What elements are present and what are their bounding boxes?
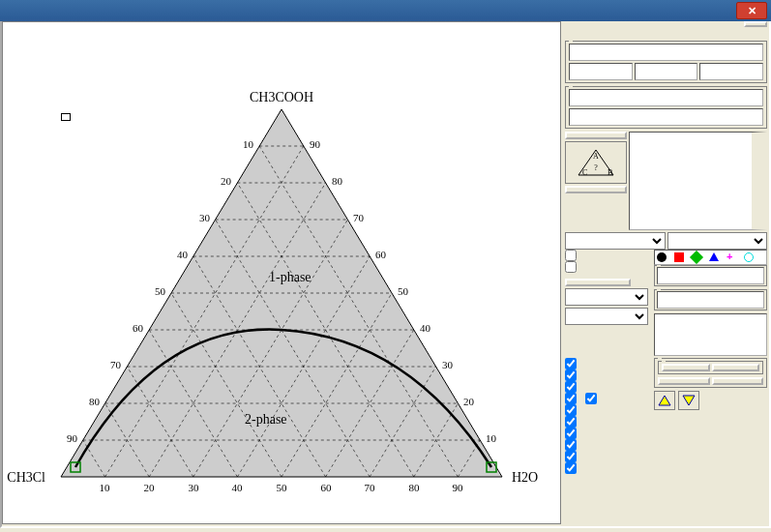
- svg-text:60: 60: [321, 482, 333, 493]
- symbols-checkbox[interactable]: [565, 358, 654, 369]
- text-checkbox[interactable]: [565, 462, 654, 474]
- svg-text:80: 80: [409, 482, 421, 493]
- component-a-input[interactable]: [569, 63, 633, 80]
- svg-text:80: 80: [89, 396, 101, 407]
- angled-text-1[interactable]: [569, 89, 763, 106]
- number-scale-checkbox[interactable]: [565, 428, 654, 439]
- svg-text:90: 90: [67, 432, 78, 444]
- svg-text:40: 40: [177, 249, 189, 260]
- angled-text-2[interactable]: [569, 108, 763, 126]
- triangle-down-icon[interactable]: [678, 391, 699, 410]
- svg-text:50: 50: [398, 285, 409, 297]
- svg-text:50: 50: [155, 285, 166, 297]
- svg-text:10: 10: [486, 432, 497, 444]
- svg-text:50: 50: [277, 482, 288, 493]
- svg-text:10: 10: [243, 138, 254, 150]
- color-select[interactable]: [565, 308, 648, 325]
- symbol-select[interactable]: [667, 232, 768, 250]
- dot-checkbox[interactable]: [585, 393, 600, 404]
- svg-text:70: 70: [353, 212, 365, 223]
- splines-checkbox[interactable]: [565, 416, 654, 428]
- svg-text:90: 90: [453, 482, 464, 493]
- svg-text:20: 20: [463, 396, 475, 407]
- delete-list-button[interactable]: [712, 377, 764, 385]
- experiment-listbox[interactable]: [654, 313, 767, 356]
- svg-text:70: 70: [110, 359, 122, 370]
- data-listbox[interactable]: [629, 132, 767, 230]
- svg-text:A: A: [593, 152, 599, 161]
- vertex-c-label: H2O: [512, 470, 538, 485]
- grid-checkbox[interactable]: [565, 393, 579, 404]
- svg-text:60: 60: [133, 322, 144, 334]
- delete-button[interactable]: [565, 279, 631, 286]
- plot-area: CH3COOH CH3Cl H2O 1020 3040 5060 7080 90…: [2, 21, 561, 524]
- spline-index-select[interactable]: [565, 288, 648, 306]
- svg-text:20: 20: [221, 175, 232, 187]
- legend-text-input[interactable]: [657, 267, 764, 284]
- svg-text:10: 10: [100, 482, 111, 493]
- svg-text:30: 30: [199, 212, 211, 223]
- spline-points-checkbox[interactable]: [565, 404, 654, 416]
- symbol-palette[interactable]: +: [654, 250, 767, 265]
- svg-text:2-phase: 2-phase: [245, 412, 287, 427]
- component-c-input[interactable]: [699, 63, 763, 80]
- triangle-up-icon[interactable]: [654, 391, 675, 410]
- ternary-plot-svg: CH3COOH CH3Cl H2O 1020 3040 5060 7080 90…: [3, 22, 562, 525]
- svg-text:40: 40: [232, 482, 244, 493]
- plot-title-input[interactable]: [569, 44, 763, 61]
- svg-text:1-phase: 1-phase: [269, 270, 311, 284]
- control-panel: A?CB: [561, 21, 769, 526]
- svg-marker-64: [659, 396, 670, 405]
- svg-text:90: 90: [310, 138, 321, 150]
- experiment-name-input[interactable]: [657, 291, 764, 309]
- connect-checkbox[interactable]: [565, 261, 654, 273]
- normalize-button[interactable]: [565, 132, 627, 139]
- svg-text:C: C: [582, 168, 587, 177]
- before-button[interactable]: [662, 364, 710, 371]
- close-icon[interactable]: ✕: [736, 2, 767, 19]
- title-bar: ✕: [0, 0, 771, 21]
- svg-text:20: 20: [144, 482, 156, 493]
- after-button[interactable]: [712, 364, 760, 371]
- thin-spline-checkbox[interactable]: [565, 250, 654, 261]
- svg-marker-65: [683, 396, 695, 405]
- svg-text:80: 80: [332, 175, 343, 187]
- fill-colors-checkbox[interactable]: [565, 381, 654, 393]
- percent-checkbox[interactable]: [565, 451, 654, 462]
- vertex-b-label: CH3Cl: [7, 470, 45, 485]
- close-button[interactable]: [744, 21, 767, 27]
- calculate-button[interactable]: [565, 186, 627, 193]
- svg-text:B: B: [608, 168, 612, 177]
- svg-text:70: 70: [365, 482, 376, 493]
- scale-checkbox[interactable]: [565, 439, 654, 451]
- svg-text:40: 40: [420, 322, 431, 334]
- svg-text:30: 30: [442, 359, 454, 370]
- legend-checkbox[interactable]: [565, 369, 654, 381]
- component-b-input[interactable]: [635, 63, 698, 80]
- svg-text:?: ?: [594, 163, 598, 172]
- plot-legend: [61, 113, 71, 121]
- replace-button[interactable]: [658, 377, 710, 385]
- abc-preview-icon[interactable]: A?CB: [565, 141, 627, 184]
- svg-text:30: 30: [189, 482, 200, 493]
- spline-mode-select[interactable]: [565, 232, 666, 250]
- vertex-a-label: CH3COOH: [250, 90, 313, 104]
- svg-text:60: 60: [375, 249, 387, 260]
